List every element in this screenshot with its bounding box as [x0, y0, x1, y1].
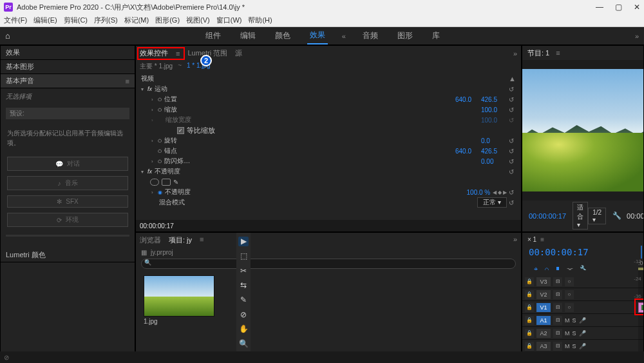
mute-icon[interactable]: M: [565, 343, 570, 349]
mask-ellipse-icon[interactable]: [150, 179, 159, 186]
wrench-icon[interactable]: 🔧: [612, 211, 621, 220]
reset-icon[interactable]: ↺: [507, 189, 516, 196]
mic-icon[interactable]: 🎤: [579, 343, 586, 349]
chevron-right-icon[interactable]: »: [513, 50, 517, 57]
lock-icon[interactable]: 🔒: [525, 329, 534, 338]
anchor-x[interactable]: 640.0: [455, 148, 481, 155]
hand-tool-icon[interactable]: ✋: [238, 324, 249, 334]
track-name[interactable]: V1: [536, 303, 551, 312]
reset-icon[interactable]: ↺: [507, 86, 516, 93]
ambience-button[interactable]: ⟳环境: [7, 213, 128, 227]
hamburger-icon[interactable]: ≡: [556, 49, 560, 57]
track-name[interactable]: A1: [536, 316, 551, 325]
mask-rect-icon[interactable]: [162, 179, 171, 186]
dialogue-button[interactable]: 💬对话: [7, 157, 128, 171]
music-button[interactable]: ♪音乐: [7, 176, 128, 190]
uniform-scale-checkbox[interactable]: ✓: [177, 127, 184, 134]
rotation-value[interactable]: 0.0: [481, 137, 507, 144]
program-preview[interactable]: [522, 69, 643, 191]
track-name[interactable]: V3: [536, 277, 551, 286]
menu-graphics[interactable]: 图形(G): [155, 15, 180, 25]
zoom-fit-select[interactable]: 适合 ▾: [573, 202, 588, 230]
toggle-output-icon[interactable]: ⊟: [553, 342, 562, 351]
track-header-v2[interactable]: 🔒V2⊟○: [522, 288, 638, 301]
tab-browser[interactable]: 浏览器: [140, 235, 161, 245]
preset-field[interactable]: 预设:: [6, 108, 129, 119]
tab-lumetri-color[interactable]: Lumetri 颜色: [1, 248, 135, 262]
track-header-a1[interactable]: 🔒A1⊟MS🎤: [522, 314, 638, 327]
project-item[interactable]: 1.jpg: [144, 275, 214, 326]
track-header-a2[interactable]: 🔒A2⊟MS🎤: [522, 327, 638, 340]
slip-tool-icon[interactable]: ✎: [238, 295, 249, 305]
home-icon[interactable]: ⌂: [5, 31, 10, 41]
flicker-value[interactable]: 0.00: [481, 158, 507, 165]
scale-value[interactable]: 100.0: [481, 106, 507, 113]
reset-icon[interactable]: ↺: [507, 199, 516, 206]
track-name[interactable]: V2: [536, 290, 551, 299]
tab-source[interactable]: 源: [235, 48, 242, 58]
toggle-output-icon[interactable]: ⊟: [553, 303, 562, 312]
reset-icon[interactable]: ↺: [507, 137, 516, 144]
solo-icon[interactable]: S: [573, 343, 576, 349]
mask-pen-icon[interactable]: ✎: [173, 179, 182, 186]
lock-icon[interactable]: 🔒: [525, 342, 534, 351]
sfx-button[interactable]: ✻SFX: [7, 195, 128, 208]
toggle-output-icon[interactable]: ⊟: [553, 316, 562, 325]
workspace-color[interactable]: 颜色: [272, 28, 293, 44]
solo-icon[interactable]: S: [573, 330, 576, 337]
blend-mode-select[interactable]: 正常 ▾: [477, 197, 507, 208]
workspace-audio[interactable]: 音频: [360, 28, 381, 44]
hamburger-icon[interactable]: ≡: [540, 236, 544, 243]
toggle-output-icon[interactable]: ⊟: [553, 290, 562, 299]
project-search-input[interactable]: [141, 259, 516, 269]
workspace-assembly[interactable]: 组件: [203, 28, 223, 44]
reset-icon[interactable]: ↺: [507, 117, 516, 124]
track-header-v1[interactable]: 🔒V1⊟○: [522, 301, 638, 314]
hamburger-icon[interactable]: ≡: [176, 50, 180, 57]
toggle-output-icon[interactable]: ⊟: [553, 329, 562, 338]
minimize-button[interactable]: —: [596, 3, 603, 12]
reset-icon[interactable]: ↺: [507, 158, 516, 165]
track-select-tool-icon[interactable]: ⬚: [238, 251, 249, 261]
zoom-tool-icon[interactable]: 🔍: [238, 339, 249, 349]
ripple-tool-icon[interactable]: ✂: [238, 266, 249, 275]
reset-icon[interactable]: ↺: [507, 148, 516, 155]
workspace-libraries[interactable]: 库: [430, 28, 442, 44]
lock-icon[interactable]: 🔒: [525, 303, 534, 312]
menu-clip[interactable]: 剪辑(C): [64, 15, 88, 25]
program-timecode[interactable]: 00:00:00:17: [529, 212, 566, 220]
menu-marker[interactable]: 标记(M): [124, 15, 149, 25]
bin-icon[interactable]: ▦: [141, 249, 147, 256]
sequence-tab[interactable]: × 1: [527, 236, 536, 243]
motion-section[interactable]: 运动: [155, 84, 507, 93]
workspace-editing[interactable]: 编辑: [238, 28, 258, 44]
eye-icon[interactable]: ○: [565, 303, 574, 312]
chevron-right-icon[interactable]: »: [513, 235, 517, 245]
tab-project[interactable]: 项目: jy: [169, 235, 192, 245]
track-name[interactable]: A3: [536, 342, 551, 351]
track-name[interactable]: A2: [536, 329, 551, 338]
anchor-y[interactable]: 426.5: [481, 148, 507, 155]
chevron-right-icon[interactable]: »: [635, 32, 639, 40]
menu-file[interactable]: 文件(F): [4, 15, 27, 25]
program-tab[interactable]: 节目: 1: [527, 48, 549, 58]
menu-sequence[interactable]: 序列(S): [94, 15, 118, 25]
eye-icon[interactable]: ○: [565, 290, 574, 299]
tab-essential-graphics[interactable]: 基本图形: [1, 60, 135, 74]
opacity-value[interactable]: 100.0 %: [467, 189, 493, 196]
lock-icon[interactable]: 🔒: [525, 316, 534, 325]
tab-effects[interactable]: 效果: [1, 46, 135, 60]
maximize-button[interactable]: ▢: [615, 3, 622, 12]
reset-icon[interactable]: ↺: [507, 106, 516, 113]
mute-icon[interactable]: M: [565, 330, 570, 337]
lock-icon[interactable]: 🔒: [525, 290, 534, 299]
track-header-v3[interactable]: 🔒V3⊟○: [522, 275, 638, 288]
effect-timecode[interactable]: 00:00:00:17: [140, 222, 174, 230]
tab-essential-sound[interactable]: 基本声音≡: [1, 74, 135, 88]
track-header-a3[interactable]: 🔒A3⊟MS🎤: [522, 340, 638, 353]
menu-view[interactable]: 视图(V): [186, 15, 210, 25]
opacity-section[interactable]: 不透明度: [155, 167, 507, 176]
toggle-output-icon[interactable]: ⊟: [553, 277, 562, 286]
menu-help[interactable]: 帮助(H): [248, 15, 272, 25]
pen-tool-icon[interactable]: ⊘: [238, 309, 249, 319]
